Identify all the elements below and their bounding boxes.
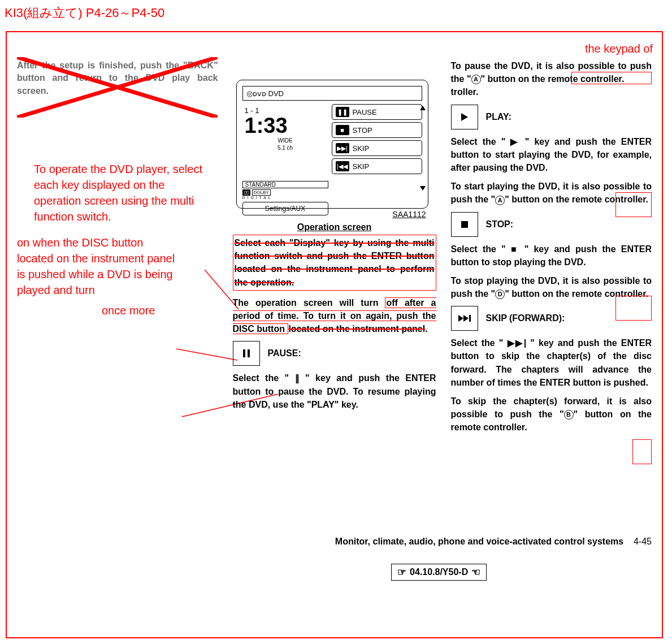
- dvd-scroll[interactable]: [420, 106, 427, 191]
- dvd-key-skip-back[interactable]: |◀◀ SKIP: [332, 158, 422, 174]
- scroll-up-icon[interactable]: [420, 106, 426, 110]
- play-para: Select the " ▶ " key and push the ENTER …: [451, 135, 652, 175]
- controller-tail: troller.: [451, 85, 652, 98]
- pause-icon: ❚❚: [336, 107, 349, 117]
- skip-back-icon: |◀◀: [336, 161, 349, 171]
- header-code: KI3(組み立て) P4-26～P4-50: [5, 5, 164, 21]
- dvd-key-stop[interactable]: ■ STOP: [332, 122, 422, 138]
- dvd-standard: STANDARD: [242, 181, 328, 188]
- play-key-box: [451, 105, 478, 129]
- turnoff-para: The operation screen will turn off after…: [233, 296, 436, 336]
- deleted-setup-text: After the setup is finished, push the "B…: [17, 59, 218, 97]
- footer-title: Monitor, climate, audio, phone and voice…: [335, 537, 623, 546]
- pause-label: PAUSE:: [268, 348, 301, 358]
- skip-forward-icon: ▶▶|: [336, 143, 349, 153]
- skipf-key-box: [451, 306, 478, 331]
- play-label: PLAY:: [486, 112, 511, 122]
- page: KI3(組み立て) P4-26～P4-50 the keypad of Afte…: [0, 0, 672, 644]
- select-display-text: Select each "Display" key by using the m…: [235, 238, 435, 287]
- hand-left-icon: ☜: [471, 566, 480, 578]
- note-operate: To operate the DVD player, select each k…: [34, 161, 215, 224]
- dvd-screen-wrap: ◎ᴅᴠᴅ DVD 1 - 1 1:33 WIDE 5.1 ch: [236, 80, 428, 209]
- date-text: 04.10.8/Y50-D: [410, 567, 468, 577]
- stop-label: STOP:: [486, 219, 514, 230]
- pause-key-row: PAUSE:: [233, 341, 436, 366]
- dvd-screen: ◎ᴅᴠᴅ DVD 1 - 1 1:33 WIDE 5.1 ch: [236, 80, 428, 209]
- note-disc: on when the DISC button located on the i…: [17, 235, 181, 298]
- stop-key-row: STOP:: [451, 212, 652, 237]
- skip-forward-glyph-icon: [458, 315, 471, 322]
- play-also-para: To start playing the DVD, it is also pos…: [451, 180, 652, 206]
- skipf-para: Select the " ▶▶| " key and push the ENTE…: [451, 336, 652, 389]
- dvd-key-list: ❚❚ PAUSE ■ STOP ▶▶| SKIP: [332, 104, 422, 178]
- dolby-digital: D I G I T A L: [242, 196, 328, 200]
- dolby-icon: ▯▯: [242, 189, 250, 196]
- skipf-also-para: To skip the chapter(s) forward, it is al…: [451, 395, 652, 434]
- dvd-left-panel: 1 - 1 1:33 WIDE 5.1 ch: [242, 104, 326, 178]
- play-also-after: " button on: [505, 195, 556, 204]
- play-glyph-icon: [461, 113, 468, 121]
- skipf-also-after: " button on: [574, 409, 639, 419]
- dvd-key-pause-label: PAUSE: [353, 108, 377, 116]
- scroll-down-icon[interactable]: [420, 186, 426, 191]
- dvd-key-skipb-label: SKIP: [353, 162, 370, 171]
- dvd-time: 1:33: [245, 115, 326, 136]
- play-also-rc: the remote controller.: [556, 195, 648, 204]
- dvd-settings-button[interactable]: Settings/AUX: [242, 202, 328, 215]
- stop-also-after: " button on: [505, 289, 556, 299]
- stop-para: Select the " ■ " key and push the ENTER …: [451, 243, 652, 269]
- play-key-row: PLAY:: [451, 105, 652, 129]
- dvd-wide: WIDE: [245, 137, 326, 144]
- keypad-note: the keypad of: [585, 42, 653, 55]
- dvd-key-skipf-label: SKIP: [353, 144, 370, 153]
- pause-also-rc: the remote controller.: [532, 74, 625, 84]
- dolby-label: DOLBY: [252, 189, 271, 196]
- turnoff-before: The operation screen will turn: [233, 298, 379, 308]
- dvd-key-pause[interactable]: ❚❚ PAUSE: [332, 104, 422, 120]
- pause-also-after: " button on: [481, 74, 532, 84]
- date-box: ☞ 04.10.8/Y50-D ☜: [391, 564, 487, 581]
- pause-para: Select the " ‖ " key and push the ENTER …: [233, 371, 436, 411]
- dvd-topbar: ◎ᴅᴠᴅ DVD: [242, 86, 422, 101]
- dvd-channels: 5.1 ch: [245, 145, 326, 151]
- stop-also-para: To stop playing the DVD, it is also poss…: [451, 274, 652, 300]
- circled-a-icon: A: [471, 75, 481, 84]
- disc-icon: ◎ᴅᴠᴅ: [246, 89, 266, 98]
- dvd-image-code: SAA1112: [392, 210, 426, 219]
- stop-glyph-icon: [461, 221, 468, 228]
- columns: After the setup is finished, push the "B…: [17, 59, 652, 434]
- deleted-setup-text-content: After the setup is finished, push the "B…: [17, 60, 218, 96]
- operation-caption: Operation screen: [233, 222, 436, 232]
- stop-also-rc: the remote controller.: [556, 289, 648, 299]
- pause-glyph-icon: [243, 349, 250, 357]
- stop-icon: ■: [336, 125, 349, 135]
- red-frame: the keypad of After the setup is finishe…: [6, 31, 663, 638]
- pause-key-box: [233, 341, 260, 366]
- skipf-key-row: SKIP (FORWARD):: [451, 306, 652, 331]
- circled-b-icon: B: [564, 410, 574, 420]
- stop-key-box: [451, 212, 478, 237]
- column-1: After the setup is finished, push the "B…: [17, 59, 218, 434]
- footer-page: 4-45: [634, 537, 652, 546]
- circled-a-icon-2: A: [495, 196, 505, 205]
- circled-d-icon: D: [495, 289, 505, 299]
- dvd-key-stop-label: STOP: [353, 126, 372, 135]
- pause-also-para: To pause the DVD, it is also possible to…: [451, 59, 652, 85]
- red-box-remote-4: [632, 439, 652, 464]
- dvd-top-label: DVD: [268, 89, 284, 98]
- column-2: ◎ᴅᴠᴅ DVD 1 - 1 1:33 WIDE 5.1 ch: [233, 59, 436, 434]
- turnoff-end: .: [425, 324, 427, 334]
- column-3: To pause the DVD, it is also possible to…: [451, 59, 652, 434]
- skipf-label: SKIP (FORWARD):: [486, 313, 565, 323]
- note-once-more: once more: [102, 302, 155, 318]
- turnoff-strike: located on the instrument panel: [288, 324, 425, 334]
- dvd-key-skip-forward[interactable]: ▶▶| SKIP: [332, 140, 422, 156]
- footer-section: Monitor, climate, audio, phone and voice…: [335, 537, 652, 547]
- hand-right-icon: ☞: [397, 566, 406, 578]
- select-display-para: Select each "Display" key by using the m…: [233, 235, 436, 291]
